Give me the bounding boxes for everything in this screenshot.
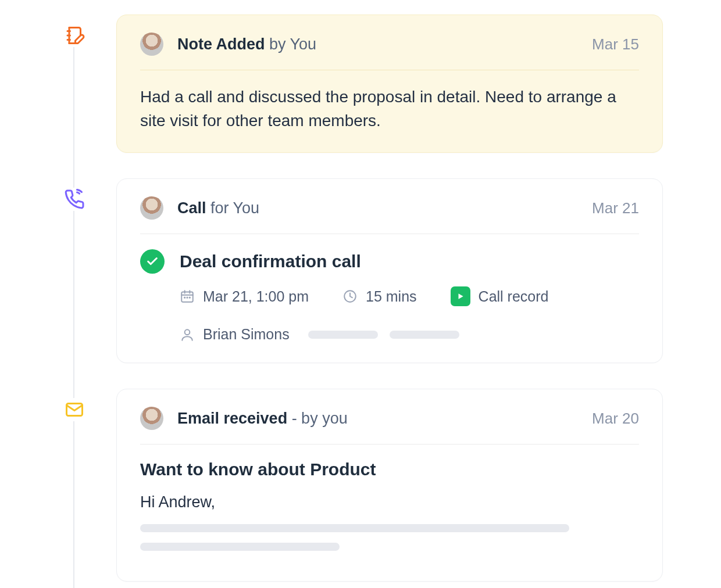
avatar[interactable] bbox=[140, 33, 163, 56]
card-body: Had a call and discussed the proposal in… bbox=[140, 70, 639, 132]
note-icon bbox=[63, 24, 86, 47]
note-text: Had a call and discussed the proposal in… bbox=[140, 85, 639, 132]
svg-marker-8 bbox=[458, 294, 463, 299]
person-icon bbox=[180, 327, 195, 343]
svg-point-9 bbox=[185, 329, 190, 335]
phone-icon bbox=[63, 188, 86, 211]
call-person-row: Brian Simons bbox=[140, 326, 639, 343]
card-header: Call for You Mar 21 bbox=[140, 196, 639, 234]
call-datetime: Mar 21, 1:00 pm bbox=[180, 288, 309, 305]
timeline-item-note: Note Added by You Mar 15 Had a call and … bbox=[116, 15, 663, 153]
card-date: Mar 15 bbox=[592, 35, 639, 53]
timeline-item-email: Email received - by you Mar 20 Want to k… bbox=[116, 389, 663, 582]
play-icon bbox=[451, 286, 470, 306]
activity-timeline: Note Added by You Mar 15 Had a call and … bbox=[0, 0, 721, 588]
placeholder bbox=[140, 524, 569, 532]
placeholder bbox=[140, 543, 340, 551]
clock-icon bbox=[342, 289, 358, 304]
avatar[interactable] bbox=[140, 196, 163, 220]
svg-point-6 bbox=[190, 297, 190, 298]
card-header: Note Added by You Mar 15 bbox=[140, 33, 639, 70]
email-greeting: Hi Andrew, bbox=[140, 493, 639, 511]
card-body: Deal confirmation call Mar 2 bbox=[140, 234, 639, 343]
note-card[interactable]: Note Added by You Mar 15 Had a call and … bbox=[116, 15, 663, 153]
timeline-item-call: Call for You Mar 21 Deal confirmation ca… bbox=[116, 178, 663, 363]
placeholder bbox=[390, 331, 459, 339]
card-header: Email received - by you Mar 20 bbox=[140, 407, 639, 444]
call-person-name: Brian Simons bbox=[203, 326, 290, 343]
card-date: Mar 21 bbox=[592, 199, 639, 217]
check-icon bbox=[140, 249, 165, 274]
calendar-icon bbox=[180, 289, 195, 304]
card-title: Note Added by You bbox=[177, 35, 592, 53]
card-title: Call for You bbox=[177, 199, 592, 217]
card-date: Mar 20 bbox=[592, 410, 639, 428]
mail-icon bbox=[63, 398, 86, 421]
placeholder bbox=[308, 331, 378, 339]
call-status-row: Deal confirmation call bbox=[140, 249, 639, 274]
svg-point-5 bbox=[187, 297, 187, 298]
call-title: Deal confirmation call bbox=[180, 252, 361, 271]
call-record-button[interactable]: Call record bbox=[451, 286, 549, 306]
call-duration: 15 mins bbox=[342, 288, 417, 305]
call-card[interactable]: Call for You Mar 21 Deal confirmation ca… bbox=[116, 178, 663, 363]
card-title: Email received - by you bbox=[177, 410, 592, 428]
card-body: Want to know about Product Hi Andrew, bbox=[140, 444, 639, 551]
call-meta-row: Mar 21, 1:00 pm 15 mins bbox=[140, 286, 639, 306]
email-card[interactable]: Email received - by you Mar 20 Want to k… bbox=[116, 389, 663, 582]
email-subject: Want to know about Product bbox=[140, 460, 639, 479]
avatar[interactable] bbox=[140, 407, 163, 430]
svg-point-4 bbox=[184, 297, 185, 298]
